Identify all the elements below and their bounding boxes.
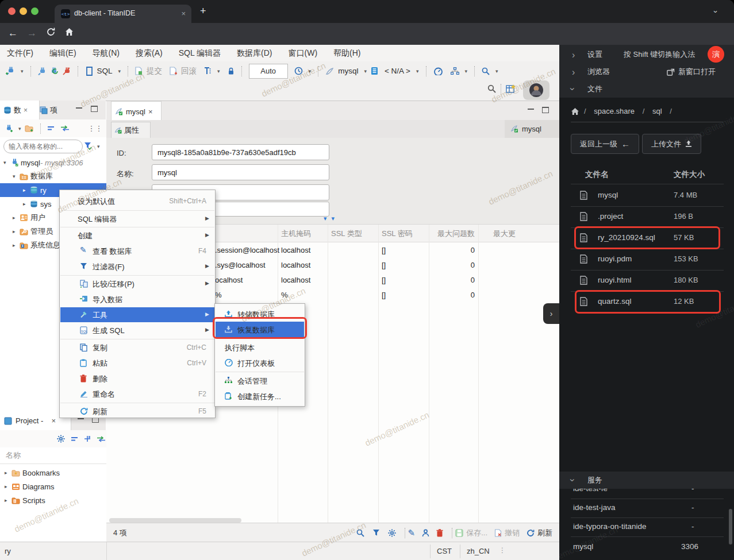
project-expand-icon[interactable] xyxy=(84,435,91,442)
navigator-maximize-icon[interactable] xyxy=(91,106,98,112)
project-link-icon[interactable] xyxy=(97,436,106,442)
reload-icon[interactable] xyxy=(46,27,56,39)
menu-item-import[interactable]: 导入数据 xyxy=(60,292,214,307)
new-connection-caret[interactable]: ▾ xyxy=(21,68,24,74)
settings-label[interactable]: 设置 xyxy=(587,49,602,60)
menu-item-rename[interactable]: 重命名F2 xyxy=(60,387,214,401)
zoom-traffic-light[interactable] xyxy=(31,7,39,15)
file-row-mysql[interactable]: mysql7.4 MB xyxy=(571,185,724,206)
menu-search[interactable]: 搜索(A) xyxy=(136,48,163,59)
history-clock-icon[interactable] xyxy=(294,67,303,75)
menu-edit[interactable]: 编辑(E) xyxy=(49,48,76,59)
ime-badge[interactable]: 演 xyxy=(708,46,724,63)
file-row-ruoyi-pdm[interactable]: ruoyi.pdm153 KB xyxy=(571,249,724,270)
files-label[interactable]: 文件 xyxy=(587,84,602,94)
settings-chevron-icon[interactable]: › xyxy=(572,50,575,60)
sql-caret[interactable]: ▾ xyxy=(118,68,121,74)
crumb-space-share[interactable]: space.share xyxy=(594,107,635,115)
grid-search-icon[interactable] xyxy=(356,529,364,537)
tree-node-connection[interactable]: ▾ mysql - mysql:3306 xyxy=(3,156,106,169)
menu-item-sql-editor[interactable]: SQL 编辑器▶ xyxy=(60,211,214,226)
minimize-traffic-light[interactable] xyxy=(20,7,27,15)
tab-project-close-icon[interactable]: × xyxy=(51,416,56,425)
menu-item-tools[interactable]: 工具▶ xyxy=(60,307,214,322)
tasks-icon[interactable] xyxy=(451,67,459,75)
project-collapse-icon[interactable] xyxy=(71,437,78,442)
pen-icon[interactable] xyxy=(325,67,334,75)
sidebar-collapse-handle[interactable]: › xyxy=(543,303,559,324)
service-ide-typora[interactable]: ide-typora-on-titanide xyxy=(573,522,647,531)
menu-item-copy[interactable]: 复制Ctrl+C xyxy=(60,340,214,355)
nav-new-folder-icon[interactable] xyxy=(25,125,34,132)
status-more-kebab-icon[interactable]: ⋮ xyxy=(499,546,506,554)
submenu-item-sessions[interactable]: 会话管理 xyxy=(216,373,304,388)
browser-label[interactable]: 浏览器 xyxy=(587,67,610,77)
editor-corner-db[interactable]: mysql xyxy=(505,120,565,138)
nav-more-kebab-icon[interactable]: ⋮⋮ xyxy=(88,124,103,133)
home-icon[interactable] xyxy=(64,28,74,39)
subtab-properties[interactable]: 属性 xyxy=(111,122,151,138)
browser-chevron-icon[interactable]: › xyxy=(572,67,575,78)
editor-minimize-icon[interactable] xyxy=(528,109,534,110)
table-filter-input[interactable] xyxy=(3,140,83,153)
close-traffic-light[interactable] xyxy=(8,7,16,15)
quick-search-icon[interactable] xyxy=(487,84,496,93)
grid-user-icon[interactable] xyxy=(422,529,429,537)
menu-sql-editor[interactable]: SQL 编辑器 xyxy=(179,48,221,59)
refresh-label[interactable]: 刷新 xyxy=(537,528,552,538)
sql-label[interactable]: SQL xyxy=(97,67,113,75)
project-node-bookmarks[interactable]: ▸ Bookmarks xyxy=(5,466,102,480)
grid-hscrollbar[interactable] xyxy=(109,518,241,523)
rollback-label[interactable]: 回滚 xyxy=(181,66,197,76)
service-mysql[interactable]: mysql xyxy=(573,542,593,551)
transaction-caret[interactable]: ▾ xyxy=(217,68,220,74)
tab-close-icon[interactable]: × xyxy=(181,9,186,18)
filter-config-icon[interactable] xyxy=(84,142,92,150)
service-ide-test-java[interactable]: ide-test-java xyxy=(573,503,616,512)
reconnect-icon[interactable] xyxy=(50,67,59,75)
browser-tab[interactable]: <t> db-client - TitanIDE × xyxy=(55,5,191,23)
file-row-ruoyi-html[interactable]: ruoyi.html180 KB xyxy=(571,270,724,291)
history-caret[interactable]: ▾ xyxy=(309,68,312,74)
tab-projects[interactable]: 项 xyxy=(36,101,73,119)
user-avatar[interactable] xyxy=(523,80,549,100)
commit-label[interactable]: 提交 xyxy=(147,66,162,76)
menu-item-compare[interactable]: 比较/迁移(P)▶ xyxy=(60,276,214,291)
menu-help[interactable]: 帮助(H) xyxy=(333,48,360,59)
editor-tab-close-icon[interactable]: × xyxy=(148,107,153,116)
submenu-item-restore[interactable]: 恢复数据库 xyxy=(216,322,304,337)
project-node-diagrams[interactable]: ▸ Diagrams xyxy=(5,480,102,493)
lock-blue-icon[interactable] xyxy=(228,67,235,75)
back-parent-button[interactable]: 返回上一级← xyxy=(571,134,639,154)
submenu-item-dump[interactable]: 转储数据库 xyxy=(216,306,304,322)
nav-new-connection-icon[interactable] xyxy=(5,125,13,133)
submenu-item-dashboard[interactable]: 打开仪表板 xyxy=(216,355,304,370)
menu-item-gen-sql[interactable]: SQL 生成 SQL▶ xyxy=(60,323,214,338)
nav-new-connection-caret[interactable]: ▾ xyxy=(18,126,21,132)
auto-commit-select[interactable]: Auto xyxy=(249,64,288,79)
file-row-quartz-sql[interactable]: quartz.sql12 KB xyxy=(571,291,724,312)
submenu-item-exec-script[interactable]: 执行脚本 xyxy=(216,339,304,355)
grid-settings-gear-icon[interactable] xyxy=(388,529,396,537)
field-name-input[interactable]: mysql xyxy=(152,164,329,180)
tree-node-databases[interactable]: ▾ 数据库 xyxy=(13,169,106,183)
project-node-scripts[interactable]: ▸ Scripts xyxy=(5,493,102,507)
tab-search-chevron-icon[interactable]: › xyxy=(712,10,720,13)
tasks-caret[interactable]: ▾ xyxy=(465,68,468,74)
menu-item-create[interactable]: 创建▶ xyxy=(60,228,214,243)
link-editor-icon[interactable] xyxy=(60,125,70,132)
schema-caret[interactable]: ▾ xyxy=(416,68,419,74)
grid-edit-pencil-icon[interactable]: ✎ xyxy=(408,528,416,538)
submenu-item-new-task[interactable]: 创建新任务... xyxy=(216,388,304,404)
toolbar-search-icon[interactable] xyxy=(482,67,490,75)
services-header[interactable]: › 服务 xyxy=(559,472,734,489)
upload-file-button[interactable]: 上传文件 xyxy=(642,134,701,154)
editor-maximize-icon[interactable] xyxy=(542,107,549,113)
project-settings-gear-icon[interactable] xyxy=(57,435,65,443)
menu-item-paste[interactable]: 粘贴Ctrl+V xyxy=(60,356,214,370)
forward-icon[interactable]: → xyxy=(27,28,37,39)
menu-item-view-db[interactable]: ✎ 查看 数据库F4 xyxy=(60,244,214,258)
tab-database-navigator[interactable]: 数 × xyxy=(0,101,40,119)
save-label[interactable]: 保存... xyxy=(466,528,487,538)
menu-navigate[interactable]: 导航(N) xyxy=(93,48,120,59)
